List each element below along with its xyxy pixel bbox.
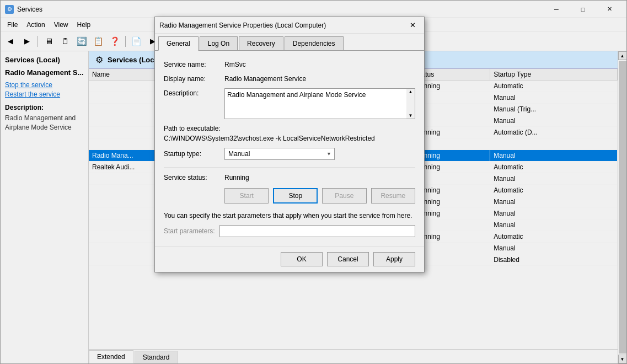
desc-scroll-up: ▲: [409, 89, 413, 94]
toolbar-btn-5[interactable]: ❓: [107, 34, 122, 49]
restart-service-link[interactable]: Restart the service: [5, 90, 84, 98]
cancel-button[interactable]: Cancel: [327, 252, 369, 266]
cell-startup: Manual: [490, 115, 618, 127]
path-row: Path to executable: C:\WINDOWS\System32\…: [164, 125, 415, 142]
service-status-row: Service status: Running: [164, 174, 415, 181]
service-name-row: Service name: RmSvc: [164, 60, 415, 68]
panel-header-icon: ⚙: [95, 55, 103, 65]
dialog-title-bar: Radio Management Service Properties (Loc…: [155, 17, 424, 34]
col-startup[interactable]: Startup Type: [490, 69, 618, 81]
desc-scroll-down: ▼: [409, 113, 413, 118]
main-window-title: Services: [17, 6, 544, 13]
tab-standard[interactable]: Standard: [135, 351, 178, 363]
sidebar-title: Services (Local): [5, 56, 84, 64]
app-icon: ⚙: [5, 5, 14, 14]
dialog-content: Service name: RmSvc Display name: Radio …: [155, 51, 424, 246]
scroll-up-btn[interactable]: ▲: [618, 51, 627, 60]
menu-file[interactable]: File: [3, 20, 22, 30]
toolbar-btn-3[interactable]: 🔄: [74, 34, 89, 49]
dialog-tabs: General Log On Recovery Dependencies: [155, 34, 424, 51]
sidebar: Services (Local) Radio Management S... S…: [1, 51, 89, 363]
pause-button[interactable]: Pause: [322, 188, 366, 204]
description-row: Description: Radio Management and Airpla…: [164, 88, 415, 119]
toolbar-sep-2: [125, 36, 126, 47]
toolbar-back[interactable]: ◀: [3, 34, 18, 49]
sidebar-desc-label: Description:: [5, 104, 84, 111]
description-wrapper: Radio Management and Airplane Mode Servi…: [224, 88, 415, 119]
apply-button[interactable]: Apply: [373, 252, 415, 266]
toolbar-btn-2[interactable]: 🗒: [57, 34, 73, 49]
start-params-input[interactable]: [219, 225, 415, 237]
scroll-thumb: [619, 61, 626, 354]
ok-button[interactable]: OK: [281, 252, 323, 266]
description-label: Description:: [164, 88, 224, 97]
menu-view[interactable]: View: [50, 20, 73, 30]
dialog-tab-dependencies[interactable]: Dependencies: [285, 36, 344, 51]
service-control-buttons: Start Stop Pause Resume: [164, 188, 415, 204]
cell-startup: Automatic: [490, 231, 618, 243]
cell-startup: Automatic: [490, 162, 618, 173]
dialog-close-button[interactable]: ✕: [405, 19, 420, 31]
cell-startup: Disabled: [490, 254, 618, 266]
dialog-title: Radio Management Service Properties (Loc…: [159, 22, 405, 29]
cell-startup: Manual: [490, 220, 618, 231]
bottom-tabs: Extended Standard: [89, 349, 618, 363]
sidebar-service-name: Radio Management S...: [5, 68, 84, 77]
params-info: You can specify the start parameters tha…: [164, 211, 415, 221]
description-text: Radio Management and Airplane Mode Servi…: [227, 91, 366, 99]
window-controls: ─ □ ✕: [544, 1, 622, 18]
dialog-footer: OK Cancel Apply: [155, 246, 424, 272]
tab-extended[interactable]: Extended: [89, 350, 133, 363]
stop-button[interactable]: Stop: [273, 188, 318, 204]
service-status-value: Running: [224, 174, 249, 181]
path-value: C:\WINDOWS\System32\svchost.exe -k Local…: [164, 135, 415, 142]
toolbar-btn-1[interactable]: 🖥: [41, 34, 56, 49]
minimize-button[interactable]: ─: [544, 1, 569, 18]
dialog-tab-general[interactable]: General: [158, 36, 199, 51]
startup-select-wrapper: Automatic Automatic (Delayed Start) Manu…: [224, 148, 335, 160]
right-scrollbar[interactable]: ▲ ▼: [618, 51, 626, 363]
display-name-value: Radio Management Service: [224, 74, 415, 83]
toolbar-forward[interactable]: ▶: [19, 34, 35, 49]
title-bar: ⚙ Services ─ □ ✕: [1, 1, 626, 18]
cell-startup: [490, 138, 618, 150]
cell-startup: Automatic: [490, 185, 618, 196]
cell-startup: Manual: [490, 92, 618, 104]
resume-button[interactable]: Resume: [371, 188, 415, 204]
menu-action[interactable]: Action: [22, 20, 49, 30]
service-name-label: Service name:: [164, 60, 224, 68]
menu-help[interactable]: Help: [73, 20, 95, 30]
toolbar-btn-6[interactable]: 📄: [128, 34, 144, 49]
toolbar-btn-4[interactable]: 📋: [90, 34, 106, 49]
cell-startup: Manual: [490, 208, 618, 220]
start-button[interactable]: Start: [224, 188, 269, 204]
dialog-tab-logon[interactable]: Log On: [200, 36, 238, 51]
sidebar-desc-text: Radio Management and Airplane Mode Servi…: [5, 114, 84, 132]
scroll-down-btn[interactable]: ▼: [618, 355, 627, 363]
display-name-row: Display name: Radio Management Service: [164, 74, 415, 83]
cell-startup: Automatic: [490, 81, 618, 92]
divider: [164, 168, 415, 168]
cell-startup: Automatic (D...: [490, 127, 618, 138]
maximize-button[interactable]: □: [570, 1, 596, 18]
path-label: Path to executable:: [164, 125, 415, 132]
cell-startup: Manual: [490, 243, 618, 254]
cell-startup: Manual (Trig...: [490, 104, 618, 115]
service-status-label: Service status:: [164, 174, 224, 181]
cell-startup: Manual: [490, 173, 618, 185]
description-textarea[interactable]: Radio Management and Airplane Mode Servi…: [224, 88, 415, 119]
toolbar-sep-1: [37, 36, 38, 47]
startup-select[interactable]: Automatic Automatic (Delayed Start) Manu…: [224, 148, 335, 160]
desc-scrollbar: ▲ ▼: [406, 88, 415, 119]
dialog-tab-recovery[interactable]: Recovery: [239, 36, 283, 51]
stop-service-link[interactable]: Stop the service: [5, 81, 84, 89]
main-window: ⚙ Services ─ □ ✕ File Action View Help ◀…: [0, 0, 627, 364]
startup-row: Startup type: Automatic Automatic (Delay…: [164, 148, 415, 160]
properties-dialog: Radio Management Service Properties (Loc…: [154, 17, 425, 272]
start-params-row: Start parameters:: [164, 225, 415, 237]
display-name-label: Display name:: [164, 74, 224, 83]
close-button[interactable]: ✕: [597, 1, 622, 18]
cell-startup: Manual: [490, 150, 618, 162]
start-params-label: Start parameters:: [164, 227, 215, 235]
startup-label: Startup type:: [164, 150, 224, 158]
